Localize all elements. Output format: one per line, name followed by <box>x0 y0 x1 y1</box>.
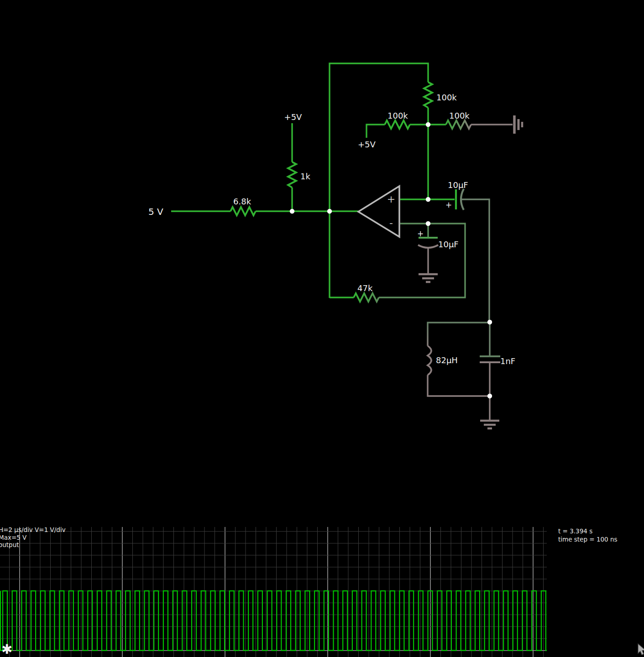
inductor-label: 82µH <box>436 355 458 365</box>
resistor-label: 47k <box>357 283 373 293</box>
source-label: 5 V <box>148 206 163 217</box>
resistor-label: 6.8k <box>233 197 251 206</box>
resistor-100k-left[interactable]: 100k <box>385 111 446 129</box>
cap-10uf-plus-input[interactable]: + 10µF <box>400 180 489 323</box>
schematic: 5 V 6.8k +5V 1k 100k +5V <box>148 63 522 428</box>
scope-max-label: Max=5 V <box>0 534 27 541</box>
resistor-6.8k[interactable]: 6.8k <box>230 197 256 215</box>
resistor-100k-top[interactable]: 100k <box>424 82 457 108</box>
circuit-svg: 5 V 6.8k +5V 1k 100k +5V <box>0 0 644 657</box>
opamp-minus-label: - <box>389 217 393 229</box>
resistor-47k[interactable]: 47k <box>354 283 379 302</box>
cap-10uf-minus-input[interactable]: + 10µF <box>417 224 459 273</box>
vcc-label: +5V <box>358 140 376 149</box>
ground-lc[interactable] <box>480 396 499 428</box>
scope-channel-label: output <box>0 541 19 548</box>
resistor-100k-right[interactable]: 100k <box>446 111 471 129</box>
cap-label: 10µF <box>448 180 468 190</box>
vcc-label: +5V <box>284 112 303 122</box>
opamp[interactable]: + - <box>358 186 399 237</box>
scope-scale-label: H=2 µs/div V=1 V/div <box>0 526 66 533</box>
cap-1nf[interactable]: 1nF <box>480 356 515 366</box>
opamp-plus-label: + <box>387 193 395 205</box>
feedback-loop-wire[interactable] <box>330 63 428 298</box>
ground-right[interactable] <box>471 115 522 134</box>
resistor-label: 100k <box>436 93 457 102</box>
rail-plus5v-mid[interactable]: +5V <box>358 125 385 149</box>
mouse-cursor-icon <box>638 644 644 655</box>
resistor-label: 100k <box>449 111 470 120</box>
scope-plot[interactable] <box>0 527 547 657</box>
status-timestep: time step = 100 ns <box>558 536 618 543</box>
junction-dots <box>290 122 492 398</box>
gear-icon[interactable]: ✱ <box>1 641 12 657</box>
status-time: t = 3.394 s <box>558 527 592 535</box>
ground-cap[interactable] <box>419 274 438 282</box>
cap-plate-curved <box>418 245 438 248</box>
cap-label: 10µF <box>438 240 459 249</box>
inductor-coil-icon <box>428 346 431 375</box>
resistor-1k[interactable]: 1k <box>288 162 310 188</box>
cap-polarity: + <box>445 200 452 209</box>
inductor-82uh[interactable]: 82µH <box>428 346 458 375</box>
resistor-label: 100k <box>387 111 408 120</box>
simulator-canvas[interactable]: 5 V 6.8k +5V 1k 100k +5V <box>0 0 644 657</box>
cap-label: 1nF <box>500 356 515 366</box>
cap-polarity: + <box>417 229 424 238</box>
resistor-label: 1k <box>300 172 310 181</box>
scope-waveform <box>0 591 547 651</box>
